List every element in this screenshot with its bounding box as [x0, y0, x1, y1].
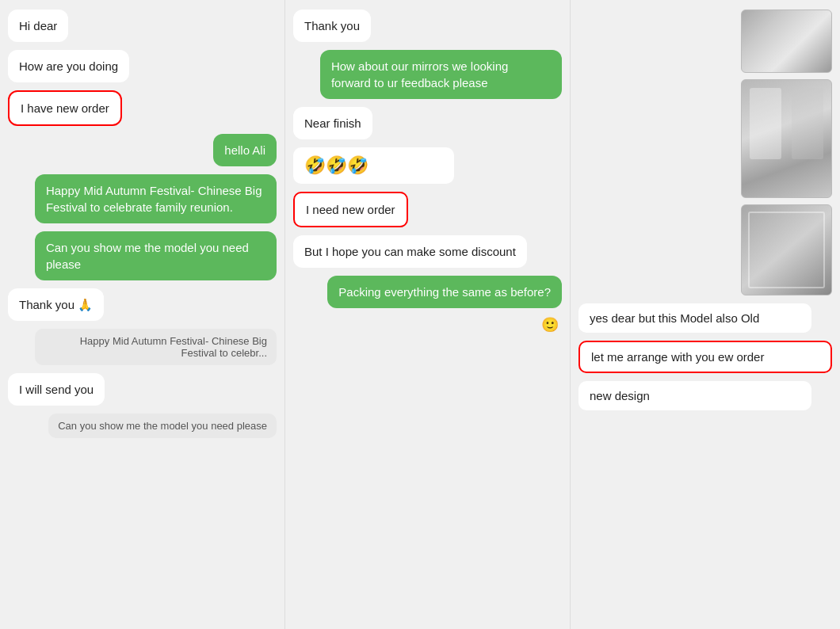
message-quote-festival: Happy Mid Autumn Festival- Chinese Big F… [8, 329, 277, 365]
bubble-near-finish: Near finish [293, 107, 372, 139]
message-new-design: new design [578, 381, 832, 410]
bubble-i-have-new-order: I have new order [8, 90, 122, 126]
message-thank-you-col2: Thank you [293, 10, 562, 42]
bubble-yes-dear-old: yes dear but this Model also Old [578, 303, 811, 333]
mirror-img-1 [741, 10, 832, 73]
message-can-you-show: Can you show me the model you need pleas… [8, 231, 277, 280]
message-hi-dear: Hi dear [8, 10, 277, 42]
chat-column-3: yes dear but this Model also Old let me … [571, 0, 840, 629]
bubble-but-hope-discount: But I hope you can make some discount [293, 235, 527, 268]
message-happy-festival: Happy Mid Autumn Festival- Chinese Big F… [8, 174, 277, 223]
mirror-img-2 [741, 79, 832, 198]
bubble-new-design: new design [578, 381, 811, 410]
bubble-hi-dear: Hi dear [8, 10, 68, 42]
bubble-i-will-send: I will send you [8, 373, 105, 406]
message-i-have-new-order: I have new order [8, 90, 277, 126]
bubble-how-about-mirrors: How about our mirrors we looking forward… [320, 50, 562, 99]
message-thank-you-pray: Thank you 🙏 [8, 288, 277, 321]
bubble-happy-festival: Happy Mid Autumn Festival- Chinese Big F… [35, 174, 277, 223]
message-hello-ali: hello Ali [8, 134, 277, 166]
message-how-about-mirrors: How about our mirrors we looking forward… [293, 50, 562, 99]
images-section [578, 10, 832, 295]
message-i-need-new-order: I need new order [293, 192, 562, 227]
message-how-are-you: How are you doing [8, 50, 277, 82]
bubble-how-are-you: How are you doing [8, 50, 129, 82]
bubble-packing-same: Packing everything the same as before? [327, 276, 562, 308]
message-but-hope-discount: But I hope you can make some discount [293, 235, 562, 268]
message-quote-show: Can you show me the model you need pleas… [8, 414, 277, 438]
chat-column-1: Hi dear How are you doing I have new ord… [0, 0, 285, 629]
message-i-will-send: I will send you [8, 373, 277, 406]
quote-show: Can you show me the model you need pleas… [48, 414, 277, 438]
bubble-let-me-arrange: let me arrange with you ew order [578, 341, 832, 373]
bubble-thank-you-pray: Thank you 🙏 [8, 288, 104, 321]
bubble-i-need-new-order: I need new order [293, 192, 408, 227]
message-emoji-row: 🤣🤣🤣 [293, 147, 562, 184]
chat-column-2: Thank you How about our mirrors we looki… [285, 0, 571, 629]
mirror-img-3 [741, 204, 832, 295]
bubble-emoji-row: 🤣🤣🤣 [293, 147, 454, 184]
emoji-send-icon: 🙂 [541, 316, 562, 334]
message-packing-same: Packing everything the same as before? [293, 276, 562, 308]
message-near-finish: Near finish [293, 107, 562, 139]
message-yes-dear-old: yes dear but this Model also Old [578, 303, 832, 333]
bubble-hello-ali: hello Ali [213, 134, 277, 166]
bubble-thank-you-col2: Thank you [293, 10, 371, 42]
message-emoji-icon: 🙂 [293, 316, 562, 334]
quote-festival: Happy Mid Autumn Festival- Chinese Big F… [35, 329, 277, 365]
bubble-can-you-show: Can you show me the model you need pleas… [35, 231, 277, 280]
message-let-me-arrange: let me arrange with you ew order [578, 341, 832, 373]
